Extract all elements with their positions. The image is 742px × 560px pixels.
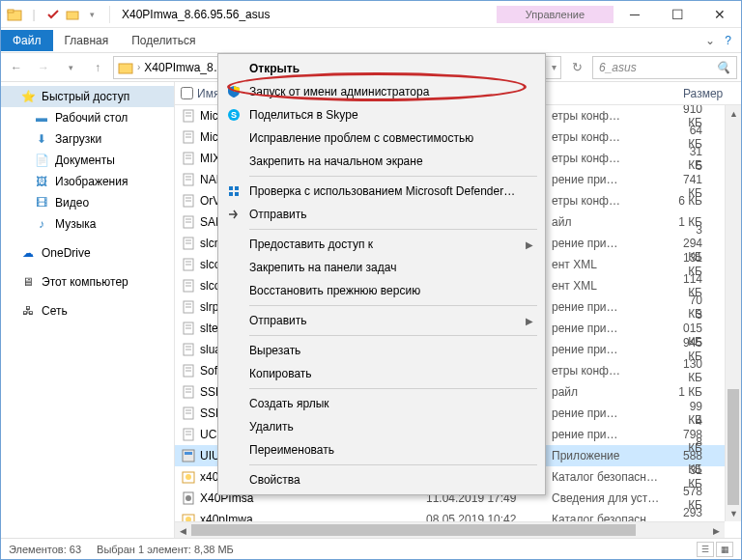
chevron-down-icon[interactable]: ⌄: [705, 34, 715, 47]
selectall-checkbox[interactable]: [181, 87, 193, 99]
title-text: X40PImwa_8.66.95.56_asus: [122, 8, 270, 21]
scroll-down-icon[interactable]: ▼: [726, 505, 741, 521]
horizontal-scrollbar[interactable]: ◀ ▶: [175, 521, 725, 538]
refresh-button[interactable]: ↻: [565, 56, 588, 79]
ctx-copy[interactable]: Копировать: [218, 362, 545, 385]
file-type: етры конф…: [552, 364, 677, 378]
title-divider: [109, 6, 110, 23]
scroll-right-icon[interactable]: ▶: [708, 522, 725, 538]
file-type: рение при…: [552, 322, 677, 335]
file-type: айл: [552, 215, 677, 229]
skype-icon: S: [226, 107, 242, 123]
sidebar-item-onedrive[interactable]: ☁OneDrive: [1, 242, 174, 264]
defender-icon: [226, 183, 242, 199]
file-icon: [181, 172, 196, 187]
tab-home[interactable]: Главная: [53, 30, 121, 51]
svg-rect-52: [183, 450, 194, 462]
ctx-sendto[interactable]: Отправить▶: [218, 309, 545, 332]
ctx-rename[interactable]: Переименовать: [218, 438, 545, 462]
file-icon: [181, 490, 196, 506]
sidebar-item-downloads[interactable]: ⬇Загрузки: [1, 128, 174, 150]
file-icon: [181, 469, 196, 485]
scroll-thumb[interactable]: [728, 389, 739, 505]
status-selection: Выбран 1 элемент: 8,38 МБ: [97, 544, 234, 555]
separator: [249, 229, 537, 230]
folder-icon: [7, 7, 22, 22]
dropdown-icon[interactable]: ▾: [84, 7, 100, 22]
ribbon-tabs: Файл Главная Поделиться ⌄ ?: [1, 28, 741, 53]
file-icon: [181, 363, 196, 378]
sidebar-item-music[interactable]: ♪Музыка: [1, 213, 174, 235]
ctx-open[interactable]: Открыть: [218, 57, 545, 80]
ctx-defender[interactable]: Проверка с использованием Microsoft Defe…: [218, 180, 545, 203]
scroll-up-icon[interactable]: ▲: [726, 105, 741, 122]
chevron-right-icon: ›: [137, 62, 140, 72]
desktop-icon: ▬: [34, 110, 49, 126]
recent-dropdown[interactable]: ▾: [59, 56, 82, 79]
vertical-scrollbar[interactable]: ▲ ▼: [725, 105, 741, 521]
tab-file[interactable]: Файл: [1, 30, 53, 51]
folder-small-icon[interactable]: [65, 7, 80, 22]
manage-tab[interactable]: Управление: [497, 6, 614, 23]
cloud-icon: ☁: [20, 245, 36, 261]
ctx-cut[interactable]: Вырезать: [218, 339, 545, 362]
sidebar-item-pictures[interactable]: 🖼Изображения: [1, 171, 174, 192]
view-details-icon[interactable]: ☰: [697, 542, 714, 557]
svg-point-55: [186, 474, 191, 480]
music-icon: ♪: [34, 216, 49, 232]
document-icon: 📄: [34, 153, 49, 168]
file-icon: [181, 299, 196, 315]
ctx-send[interactable]: Отправить: [218, 203, 545, 226]
video-icon: 🎞: [34, 195, 49, 210]
file-icon: [181, 384, 196, 400]
scroll-thumb[interactable]: [191, 524, 636, 536]
sidebar: ⭐ Быстрый доступ ▬Рабочий стол ⬇Загрузки…: [1, 82, 175, 538]
sidebar-item-desktop[interactable]: ▬Рабочий стол: [1, 107, 174, 128]
file-icon: [181, 342, 196, 357]
file-type: етры конф…: [552, 130, 677, 144]
tab-share[interactable]: Поделиться: [120, 30, 207, 51]
ctx-skype[interactable]: S Поделиться в Skype: [218, 103, 545, 126]
ctx-access[interactable]: Предоставить доступ к▶: [218, 233, 545, 256]
svg-rect-53: [185, 452, 192, 455]
sidebar-item-videos[interactable]: 🎞Видео: [1, 192, 174, 213]
view-large-icon[interactable]: ▦: [716, 542, 733, 557]
maximize-button[interactable]: ☐: [656, 1, 699, 28]
svg-rect-66: [229, 192, 233, 196]
chevron-right-icon: ▶: [526, 239, 533, 250]
file-type: рение при…: [552, 406, 677, 420]
file-icon: [181, 278, 196, 294]
ctx-properties[interactable]: Свойства: [218, 468, 545, 491]
sidebar-item-network[interactable]: 🖧Сеть: [1, 300, 174, 322]
ctx-restore[interactable]: Восстановить прежнюю версию: [218, 279, 545, 302]
search-input[interactable]: 6_asus 🔍: [592, 56, 737, 79]
ctx-delete[interactable]: Удалить: [218, 415, 545, 438]
column-size[interactable]: Размер: [677, 87, 741, 100]
sidebar-item-thispc[interactable]: 🖥Этот компьютер: [1, 271, 174, 293]
file-icon: [181, 321, 196, 336]
svg-rect-65: [235, 186, 239, 190]
help-icon[interactable]: ?: [725, 34, 731, 47]
up-button[interactable]: ↑: [86, 56, 109, 79]
dropdown-icon[interactable]: ▾: [552, 62, 556, 72]
forward-button[interactable]: →: [32, 56, 55, 79]
ctx-compat[interactable]: Исправление проблем с совместимостью: [218, 126, 545, 150]
svg-rect-2: [67, 12, 78, 19]
scroll-left-icon[interactable]: ◀: [175, 522, 191, 538]
ctx-pin-start[interactable]: Закрепить на начальном экране: [218, 150, 545, 173]
file-icon: [181, 193, 196, 209]
file-icon: [181, 214, 196, 230]
close-button[interactable]: ✕: [699, 1, 741, 28]
file-type: рение при…: [552, 300, 677, 314]
picture-icon: 🖼: [34, 174, 49, 189]
back-button[interactable]: ←: [5, 56, 28, 79]
search-placeholder: 6_asus: [599, 61, 637, 74]
check-icon[interactable]: [45, 7, 61, 22]
pc-icon: 🖥: [20, 274, 36, 290]
minimize-button[interactable]: ─: [614, 1, 656, 28]
sidebar-item-documents[interactable]: 📄Документы: [1, 150, 174, 171]
ctx-shortcut[interactable]: Создать ярлык: [218, 392, 545, 415]
sidebar-item-quickaccess[interactable]: ⭐ Быстрый доступ: [1, 86, 174, 107]
ctx-pin-taskbar[interactable]: Закрепить на панели задач: [218, 256, 545, 279]
ctx-run-as-admin[interactable]: Запуск от имени администратора: [218, 80, 545, 103]
